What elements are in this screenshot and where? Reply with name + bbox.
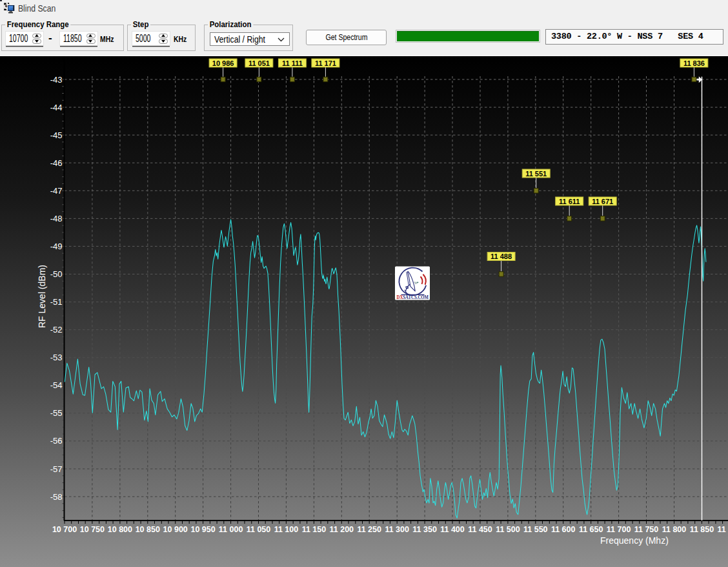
svg-text:11 550: 11 550 (523, 525, 548, 534)
svg-text:11 551: 11 551 (525, 170, 547, 178)
svg-text:11 850: 11 850 (690, 525, 714, 534)
svg-text:11 051: 11 051 (248, 59, 270, 67)
svg-text:-56: -56 (50, 436, 63, 446)
svg-text:-43: -43 (50, 75, 63, 85)
svg-text:-49: -49 (50, 242, 63, 251)
svg-text:11 488: 11 488 (490, 253, 512, 260)
svg-text:11 500: 11 500 (496, 525, 520, 534)
svg-text:11 000: 11 000 (219, 525, 243, 534)
svg-text:-58: -58 (50, 492, 63, 502)
svg-text:11 200: 11 200 (330, 525, 354, 534)
svg-text:-44: -44 (50, 103, 63, 112)
svg-text:10 986: 10 986 (212, 59, 234, 67)
svg-text:11 700: 11 700 (607, 525, 631, 534)
svg-text:-50: -50 (50, 269, 63, 279)
svg-text:11 171: 11 171 (315, 59, 336, 67)
svg-text:11 350: 11 350 (412, 525, 437, 534)
svg-text:-54: -54 (50, 380, 63, 390)
svg-text:-55: -55 (50, 408, 63, 418)
svg-text:-46: -46 (50, 158, 63, 168)
svg-text:10 700: 10 700 (52, 525, 77, 534)
svg-text:11 750: 11 750 (634, 525, 659, 534)
svg-text:11 450: 11 450 (468, 525, 492, 534)
svg-text:11 400: 11 400 (440, 525, 465, 534)
svg-text:-53: -53 (50, 353, 63, 362)
svg-text:10 800: 10 800 (108, 525, 132, 534)
svg-text:-47: -47 (50, 186, 63, 196)
svg-text:11 650: 11 650 (579, 525, 603, 534)
svg-text:11 611: 11 611 (559, 198, 580, 205)
svg-text:11 800: 11 800 (662, 525, 687, 534)
svg-text:-48: -48 (50, 214, 63, 223)
svg-text:-52: -52 (50, 325, 63, 335)
svg-text:11 150: 11 150 (302, 525, 327, 534)
svg-text:-57: -57 (50, 464, 63, 474)
svg-text:DXSATCS.COM: DXSATCS.COM (397, 294, 429, 300)
svg-text:11 600: 11 600 (551, 525, 576, 534)
svg-text:Frequency (Mhz): Frequency (Mhz) (600, 535, 669, 546)
svg-text:11 250: 11 250 (357, 525, 381, 534)
svg-text:10 850: 10 850 (136, 525, 160, 534)
svg-text:11 300: 11 300 (385, 525, 409, 534)
svg-text:10 950: 10 950 (190, 525, 215, 534)
svg-text:-45: -45 (50, 130, 63, 140)
svg-text:10 750: 10 750 (80, 525, 105, 534)
svg-text:11 100: 11 100 (274, 525, 299, 534)
svg-text:11 900: 11 900 (718, 525, 728, 534)
svg-text:11 050: 11 050 (247, 525, 271, 534)
svg-text:RF Level (dBm): RF Level (dBm) (37, 265, 47, 328)
svg-text:11 671: 11 671 (592, 198, 613, 205)
svg-text:10 900: 10 900 (163, 525, 188, 534)
svg-text:11 836: 11 836 (683, 59, 705, 67)
svg-text:-51: -51 (50, 297, 63, 307)
svg-text:11 111: 11 111 (282, 59, 303, 67)
